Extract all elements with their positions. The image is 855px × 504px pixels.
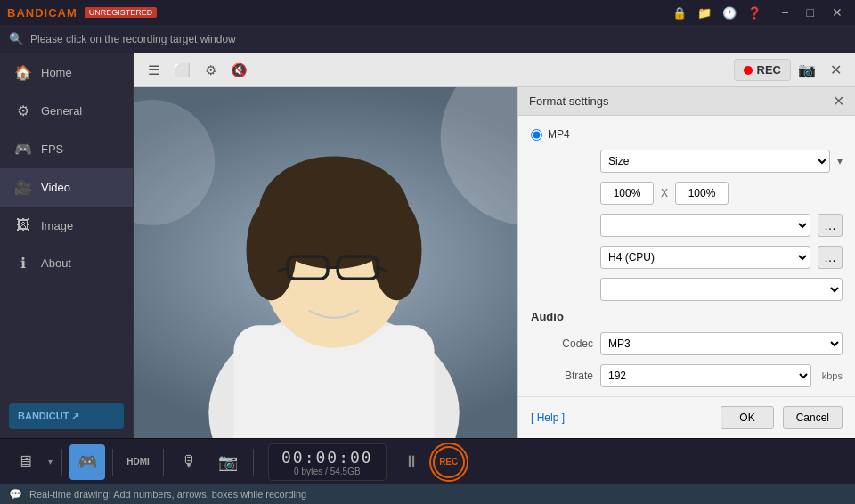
status-bar: 💬 Real-time drawing: Add numbers, arrows… — [0, 484, 855, 504]
size-pct-height[interactable] — [675, 182, 729, 205]
audio-bitrate-select[interactable]: 192 — [600, 364, 811, 387]
dialog-content: MP4 Size ▾ — [518, 116, 855, 396]
audio-codec-row: Codec MP3 — [531, 332, 843, 355]
menu-icon: ☰ — [148, 62, 159, 78]
settings-button[interactable]: ⚙ — [198, 58, 223, 83]
app-logo: BANDICAM — [7, 6, 77, 20]
mic-button[interactable]: 🎙 — [171, 444, 207, 480]
hdmi-icon: HDMI — [126, 457, 150, 467]
menu-button[interactable]: ☰ — [141, 58, 166, 83]
home-icon: 🏠 — [14, 64, 32, 81]
search-icon: 🔍 — [9, 32, 23, 45]
camera-icon: 📷 — [798, 61, 816, 78]
bandicam-button[interactable]: BANDICUT ↗ — [9, 403, 124, 429]
clock-icon: 🕐 — [722, 6, 737, 20]
kbps-label: kbps — [822, 370, 843, 381]
codec-dots-button-1[interactable]: … — [818, 214, 843, 237]
dialog-close-button[interactable]: ✕ — [833, 93, 844, 110]
x-separator: X — [661, 187, 668, 199]
dialog-footer: [ Help ] OK Cancel — [518, 396, 855, 438]
screenshot-button[interactable]: 📷 — [794, 58, 819, 83]
sidebar-item-fps-label: FPS — [41, 142, 63, 156]
gamepad-icon: 🎮 — [77, 452, 97, 472]
image-icon: 🖼 — [14, 217, 32, 233]
chat-icon: 💬 — [9, 488, 22, 500]
close-button[interactable]: ✕ — [826, 5, 848, 20]
unregistered-badge: UNREGISTERED — [85, 7, 158, 18]
video-placeholder — [134, 87, 534, 438]
pause-icon: ⏸ — [403, 452, 419, 471]
sidebar-item-image[interactable]: 🖼 Image — [0, 207, 133, 244]
screen-dropdown-arrow[interactable]: ▾ — [46, 457, 54, 467]
webcam-icon: 📷 — [218, 452, 238, 472]
time-value: 00:00:00 — [281, 448, 373, 467]
video-codec-row2: H4 (CPU) … — [531, 246, 843, 269]
pause-button[interactable]: ⏸ — [397, 448, 426, 476]
minimize-button[interactable]: − — [776, 5, 794, 20]
ok-button[interactable]: OK — [721, 406, 773, 429]
sidebar-item-image-label: Image — [41, 219, 73, 232]
audio-section-title: Audio — [531, 310, 843, 323]
window-button[interactable]: ⬜ — [169, 58, 194, 83]
fps-icon: 🎮 — [14, 141, 32, 158]
screen-icon: 🖥 — [17, 452, 33, 471]
video-extra-select[interactable] — [600, 278, 843, 301]
search-placeholder-text: Please click on the recording target win… — [30, 33, 236, 45]
screen-capture-button[interactable]: 🖥 — [7, 444, 43, 480]
maximize-button[interactable]: □ — [802, 5, 819, 20]
sidebar-item-home-label: Home — [41, 66, 72, 79]
time-display: 00:00:00 0 bytes / 54.5GB — [268, 443, 387, 481]
help-link[interactable]: [ Help ] — [531, 411, 712, 424]
sidebar-item-about[interactable]: ℹ About — [0, 244, 133, 282]
audio-bitrate-row: Btrate 192 kbps — [531, 364, 843, 387]
sidebar-item-general[interactable]: ⚙ General — [0, 92, 133, 130]
main-rec-button[interactable]: REC — [429, 443, 468, 482]
audio-codec-select[interactable]: MP3 — [600, 332, 843, 355]
app-window: BANDICAM UNREGISTERED 🔒 📁 🕐 ❓ − □ ✕ 🔍 Pl… — [0, 0, 855, 504]
sidebar-item-general-label: General — [41, 104, 82, 118]
window-icon: ⬜ — [174, 62, 191, 78]
audio-codec-label: Codec — [531, 337, 593, 350]
rec-label: REC — [757, 63, 781, 77]
video-icon: 🎥 — [14, 179, 32, 196]
hdmi-button[interactable]: HDMI — [120, 444, 156, 480]
content-panel: ☰ ⬜ ⚙ 🔇 REC 📷 — [134, 53, 855, 438]
folder-icon: 📁 — [697, 6, 712, 20]
audio-button[interactable]: 🔇 — [226, 58, 251, 83]
cancel-button[interactable]: Cancel — [783, 406, 843, 429]
video-codec-select-1[interactable] — [600, 214, 810, 237]
preview-image — [134, 87, 534, 438]
search-bar: 🔍 Please click on the recording target w… — [0, 25, 855, 53]
webcam-button[interactable]: 📷 — [210, 444, 246, 480]
video-codec-select-2[interactable]: H4 (CPU) — [600, 246, 810, 269]
sidebar-item-fps[interactable]: 🎮 FPS — [0, 130, 133, 168]
lock-icon: 🔒 — [672, 6, 687, 20]
toolbar-divider-2 — [112, 449, 113, 476]
size-pct-width[interactable] — [600, 182, 654, 205]
panel-close-button[interactable]: ✕ — [823, 58, 848, 83]
rec-button[interactable]: REC — [734, 59, 791, 81]
video-preview — [134, 87, 534, 438]
info-icon: ℹ — [14, 255, 32, 272]
mp4-radio[interactable] — [531, 129, 542, 141]
toolbar-divider-1 — [61, 449, 62, 476]
rec-dot — [744, 66, 753, 75]
mic-icon: 🎙 — [181, 452, 197, 471]
rec-inner: REC — [433, 446, 465, 478]
main-area: 🏠 Home ⚙ General 🎮 FPS 🎥 Video 🖼 Image ℹ — [0, 53, 855, 438]
mp4-label: MP4 — [548, 128, 570, 141]
gamepad-button[interactable]: 🎮 — [69, 444, 105, 480]
video-extra-row — [531, 278, 843, 301]
svg-point-8 — [247, 200, 297, 301]
size-select[interactable]: Size — [600, 150, 830, 173]
storage-size: 0 bytes / 54.5GB — [281, 467, 373, 476]
audio-bitrate-label: Btrate — [531, 370, 593, 382]
codec-dots-button-2[interactable]: … — [818, 246, 843, 269]
gear-icon: ⚙ — [14, 102, 32, 119]
size-pct-row: X — [531, 182, 843, 205]
mp4-radio-row: MP4 — [531, 128, 843, 141]
sidebar-item-video[interactable]: 🎥 Video — [0, 168, 133, 207]
sidebar-item-home[interactable]: 🏠 Home — [0, 53, 133, 92]
dialog-title-bar: Format settings ✕ — [518, 87, 855, 116]
bottom-toolbar: 🖥 ▾ 🎮 HDMI 🎙 📷 00:00:00 0 bytes / 54.5GB… — [0, 438, 855, 484]
